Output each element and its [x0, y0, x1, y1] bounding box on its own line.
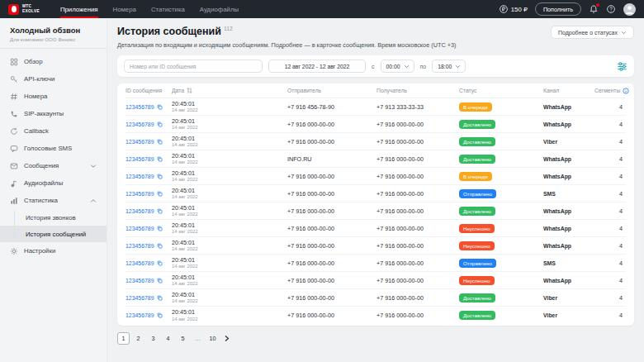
sidebar-item-sip-accounts[interactable]: SIP-аккаунты	[0, 105, 107, 122]
status-cell: Отправлено	[459, 259, 543, 268]
sidebar-item-audiofiles[interactable]: Аудиофайлы	[0, 174, 107, 192]
topup-button[interactable]: Пополнить	[535, 2, 581, 16]
copy-icon[interactable]	[157, 312, 163, 318]
table-row[interactable]: 123456789 20:45:01 14 авг 2022 +7 916 00…	[125, 237, 626, 255]
message-id-link[interactable]: 123456789	[125, 295, 154, 301]
table-row[interactable]: 123456789 20:45:01 14 авг 2022 +7 916 00…	[125, 289, 626, 307]
sort-icon[interactable]	[187, 87, 192, 94]
pagination-page-10[interactable]: 10	[206, 332, 219, 345]
table-row[interactable]: 123456789 20:45:01 14 авг 2022 +7 916 00…	[125, 272, 626, 289]
message-id-link[interactable]: 123456789	[125, 139, 154, 145]
copy-icon[interactable]	[157, 260, 163, 266]
message-id-link[interactable]: 123456789	[125, 191, 154, 197]
table-row[interactable]: 123456789 20:45:01 14 авг 2022 +7 916 00…	[125, 202, 626, 220]
date-cell: 20:45:01 14 авг 2022	[172, 256, 287, 269]
message-date: 14 авг 2022	[172, 194, 287, 200]
message-id-link[interactable]: 123456789	[125, 243, 154, 249]
notifications-button[interactable]	[589, 4, 599, 14]
status-cell: Неуспешно	[459, 276, 543, 285]
date-cell: 20:45:01 14 авг 2022	[172, 308, 287, 322]
copy-icon[interactable]	[157, 278, 163, 283]
filters-bar: 12 авг 2022 - 12 авг 2022 с 00:00 по 18:…	[117, 55, 634, 77]
copy-icon[interactable]	[157, 104, 163, 110]
copy-icon[interactable]	[157, 295, 163, 301]
table-row[interactable]: 123456789 20:45:01 14 авг 2022 +7 916 00…	[125, 220, 626, 237]
search-input[interactable]	[124, 60, 263, 73]
column-date: Дата	[172, 87, 287, 94]
message-time: 20:45:01	[172, 117, 287, 125]
sidebar-item-call-history[interactable]: История звонков	[0, 209, 107, 226]
pagination-page-4[interactable]: 4	[162, 332, 174, 345]
balance[interactable]: 150 ₽	[499, 4, 528, 14]
pagination-page-1[interactable]: 1	[117, 332, 130, 345]
sidebar-item-numbers[interactable]: Номера	[0, 88, 107, 105]
time-to-select[interactable]: 18:00	[432, 60, 466, 73]
message-id-link[interactable]: 123456789	[125, 156, 154, 162]
date-range-picker[interactable]: 12 авг 2022 - 12 авг 2022	[268, 60, 366, 73]
message-id-link[interactable]: 123456789	[125, 226, 154, 231]
sidebar-item-settings[interactable]: Настройки	[0, 242, 107, 260]
message-date: 14 авг 2022	[172, 264, 287, 269]
copy-icon[interactable]	[157, 243, 163, 249]
message-id-link[interactable]: 123456789	[125, 260, 154, 266]
sidebar-item-message-history[interactable]: История сообщений	[0, 226, 107, 242]
sidebar-item-messages[interactable]: Сообщения	[0, 157, 107, 174]
pagination-page-5[interactable]: 5	[177, 332, 189, 345]
sender-cell: +7 916 000-00-00	[287, 294, 376, 302]
copy-icon[interactable]	[157, 191, 163, 197]
segments-cell: 4	[594, 190, 626, 198]
avatar[interactable]	[623, 3, 636, 16]
pagination-next-button[interactable]	[221, 335, 232, 342]
copy-icon[interactable]	[157, 121, 163, 127]
sidebar-item-overview[interactable]: Обзор	[0, 53, 107, 70]
time-from-select[interactable]: 00:00	[381, 60, 414, 73]
copy-icon[interactable]	[157, 156, 163, 162]
message-id-link[interactable]: 123456789	[125, 278, 154, 283]
copy-icon[interactable]	[157, 174, 163, 179]
segments-cell: 4	[594, 121, 626, 128]
table-row[interactable]: 123456789 20:45:01 14 авг 2022 +7 916 00…	[125, 116, 626, 133]
copy-icon[interactable]	[157, 208, 163, 214]
message-time: 20:45:01	[172, 221, 287, 229]
pagination-page-2[interactable]: 2	[132, 332, 144, 345]
mts-exolve-logo[interactable]: МТС EXOLVE	[8, 4, 40, 15]
pagination-page-3[interactable]: 3	[147, 332, 159, 345]
sidebar-item-callback[interactable]: Callback	[0, 122, 107, 140]
copy-icon[interactable]	[157, 226, 163, 231]
date-cell: 20:45:01 14 авг 2022	[172, 169, 287, 183]
message-id-link[interactable]: 123456789	[125, 104, 154, 110]
message-time: 20:45:01	[172, 274, 287, 281]
table-row[interactable]: 123456789 20:45:01 14 авг 2022 +7 916 00…	[125, 307, 626, 324]
sidebar-item-label: История звонков	[26, 214, 76, 221]
message-time: 20:45:01	[172, 187, 287, 194]
info-icon[interactable]	[623, 88, 629, 94]
callback-arrow-icon	[10, 127, 18, 136]
date-cell: 20:45:01 14 авг 2022	[172, 221, 287, 235]
message-id-link[interactable]: 123456789	[125, 121, 154, 127]
sidebar-item-api-keys[interactable]: API-ключи	[0, 70, 107, 88]
nav-item-applications[interactable]: Приложения	[53, 0, 106, 18]
sidebar-item-voice-sms[interactable]: Голосовые SMS	[0, 140, 107, 157]
nav-item-statistics[interactable]: Статистика	[144, 0, 192, 18]
table-row[interactable]: 123456789 20:45:01 14 авг 2022 +7 916 00…	[125, 185, 626, 202]
segments-cell: 4	[594, 312, 626, 319]
table-row[interactable]: 123456789 20:45:01 14 авг 2022 +7 916 45…	[125, 98, 626, 116]
message-id-link[interactable]: 123456789	[125, 208, 154, 214]
filter-settings-button[interactable]	[617, 61, 627, 72]
nav-item-audiofiles[interactable]: Аудиофайлы	[192, 0, 246, 18]
message-id-link[interactable]: 123456789	[125, 174, 154, 179]
nav-item-numbers[interactable]: Номера	[106, 0, 144, 18]
help-button[interactable]	[606, 4, 616, 14]
sidebar-item-statistics[interactable]: Статистика	[0, 192, 107, 209]
table-row[interactable]: 123456789 20:45:01 14 авг 2022 +7 916 00…	[125, 133, 626, 150]
copy-icon[interactable]	[157, 139, 163, 145]
sender-cell: +7 916 000-00-00	[287, 121, 376, 128]
table-row[interactable]: 123456789 20:45:01 14 авг 2022 +7 916 00…	[125, 168, 626, 185]
table-row[interactable]: 123456789 20:45:01 14 авг 2022 INFO.RU +…	[125, 150, 626, 168]
chevron-down-icon	[621, 30, 627, 36]
statuses-info-button[interactable]: Подробнее о статусах	[551, 26, 634, 39]
message-date: 14 авг 2022	[172, 160, 287, 165]
table-row[interactable]: 123456789 20:45:01 14 авг 2022 +7 916 00…	[125, 255, 626, 272]
message-id-link[interactable]: 123456789	[125, 312, 154, 318]
page-title: История сообщений112	[117, 26, 233, 37]
